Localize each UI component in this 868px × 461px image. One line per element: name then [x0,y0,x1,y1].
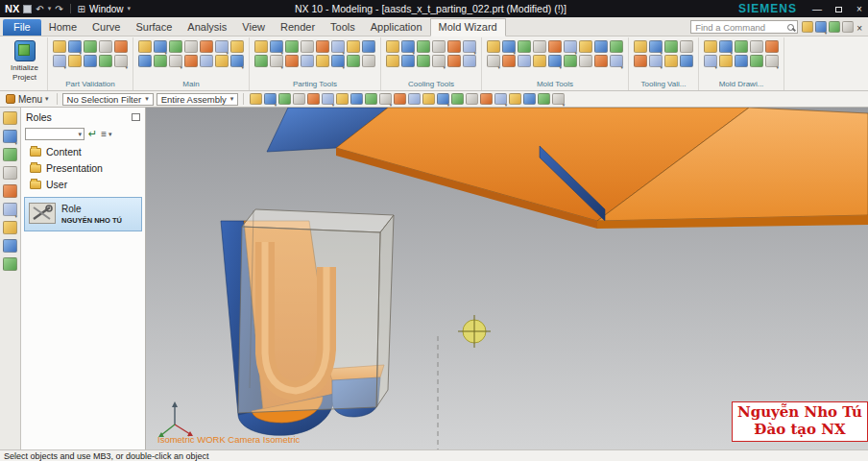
search-icon[interactable] [787,24,794,31]
mold-tools-icon[interactable] [548,55,562,67]
folder-content[interactable]: Content [21,143,145,159]
resource-bar-icon[interactable] [3,148,17,161]
parting-tools-icon[interactable] [270,40,283,53]
toolbar-icon[interactable] [278,93,291,105]
parting-tools-icon[interactable] [301,40,314,53]
toolbar-icon[interactable] [250,93,262,105]
mold-tools-icon[interactable] [564,40,577,53]
cooling-tools-icon[interactable] [447,40,461,53]
toolbar-icon[interactable] [422,93,435,105]
close-ribbon-icon[interactable]: × [856,23,862,34]
tooling-validation-icon[interactable] [680,55,693,67]
parting-tools-icon[interactable] [316,40,329,53]
tooling-validation-icon[interactable] [634,40,647,53]
mold-drawing-icon[interactable] [750,55,763,67]
toolbar-icon[interactable] [466,93,478,105]
main-group-icon[interactable] [184,40,198,53]
cooling-tools-icon[interactable] [463,40,476,53]
tab-curve[interactable]: Curve [84,19,128,36]
parting-tools-icon[interactable] [285,55,299,67]
tooling-validation-icon[interactable] [664,55,678,67]
menu-button[interactable]: Menu ▾ [3,94,52,105]
cooling-tools-icon[interactable] [432,55,446,67]
parting-tools-icon[interactable] [301,55,314,67]
cooling-tools-icon[interactable] [401,55,415,67]
selection-scope-dropdown[interactable]: Entire Assembly ▾ [157,93,239,106]
role-item-nguyen-nho-tu[interactable]: Role NGUYỄN NHO TÚ [24,197,142,231]
main-group-icon[interactable] [200,40,213,53]
resource-bar-icon[interactable] [3,111,17,125]
tab-home[interactable]: Home [41,19,84,36]
parting-tools-icon[interactable] [254,40,268,53]
window-dropdown-icon[interactable]: ▾ [128,5,132,12]
toolbar-icon[interactable] [307,93,320,105]
cooling-tools-icon[interactable] [386,40,399,53]
parting-tools-icon[interactable] [347,55,360,67]
toolbar-icon[interactable] [394,93,406,105]
resource-bar-icon[interactable] [3,130,17,143]
mold-tools-icon[interactable] [548,40,562,53]
toolbar-icon[interactable] [552,93,565,105]
toolbar-icon[interactable] [408,93,421,105]
mold-tools-icon[interactable] [502,40,516,53]
tab-view[interactable]: View [234,19,273,36]
group-label-parting-tools[interactable]: Parting Tools [253,80,376,90]
ribbon-option-icon[interactable] [829,21,840,33]
tooling-validation-icon[interactable] [664,40,678,53]
cooling-tools-icon[interactable] [401,40,415,53]
cooling-tools-icon[interactable] [463,55,476,67]
tab-mold-wizard[interactable]: Mold Wizard [430,18,506,36]
cooling-tools-icon[interactable] [432,40,446,53]
parting-tools-icon[interactable] [347,40,360,53]
resource-bar-icon[interactable] [3,239,17,253]
mold-tools-icon[interactable] [579,40,592,53]
part-validation-icon[interactable] [68,55,82,67]
toolbar-icon[interactable] [293,93,305,105]
redo-icon[interactable]: ↷ [55,4,62,14]
resource-bar-icon[interactable] [3,203,17,216]
part-validation-icon[interactable] [53,55,66,67]
tab-analysis[interactable]: Analysis [180,19,234,36]
cooling-tools-icon[interactable] [417,55,430,67]
mold-drawing-icon[interactable] [704,55,717,67]
mold-tools-icon[interactable] [487,55,500,67]
mold-drawing-icon[interactable] [765,40,779,53]
mold-tools-icon[interactable] [594,55,608,67]
list-view-button[interactable]: ≡ ▾ [101,129,111,139]
group-label-main[interactable]: Main [137,80,245,90]
part-validation-icon[interactable] [68,40,82,53]
mold-tools-icon[interactable] [579,55,592,67]
tooling-validation-icon[interactable] [649,40,663,53]
undo-icon[interactable]: ↶ [36,4,43,14]
model-top-body[interactable] [267,108,868,229]
mold-tools-icon[interactable] [610,55,623,67]
folder-user[interactable]: User [21,176,145,192]
group-label-mold-drawing[interactable]: Mold Drawi... [703,80,780,90]
main-group-icon[interactable] [138,40,152,53]
resource-bar-icon[interactable] [3,184,17,198]
tab-surface[interactable]: Surface [128,19,180,36]
mold-drawing-icon[interactable] [735,40,748,53]
ribbon-option-icon[interactable] [802,21,813,33]
group-label-mold-tools[interactable]: Mold Tools [486,80,624,90]
resource-bar-icon[interactable] [3,257,17,271]
resource-bar-icon[interactable] [3,221,17,234]
cooling-tools-icon[interactable] [417,40,430,53]
mold-tools-icon[interactable] [564,55,577,67]
roles-filter-input[interactable]: ▾ [25,128,84,140]
part-validation-icon[interactable] [99,40,112,53]
parting-tools-icon[interactable] [254,55,268,67]
mold-tools-icon[interactable] [610,40,623,53]
mold-drawing-icon[interactable] [765,55,779,67]
toolbar-icon[interactable] [451,93,464,105]
panel-undock-icon[interactable] [132,113,140,121]
mold-tools-icon[interactable] [518,40,531,53]
main-group-icon[interactable] [169,40,182,53]
toolbar-icon[interactable] [336,93,349,105]
parting-tools-icon[interactable] [316,55,329,67]
parting-tools-icon[interactable] [362,40,375,53]
part-validation-icon[interactable] [84,55,97,67]
parting-tools-icon[interactable] [285,40,299,53]
mold-model-canvas[interactable] [146,108,868,449]
main-group-icon[interactable] [230,55,244,67]
